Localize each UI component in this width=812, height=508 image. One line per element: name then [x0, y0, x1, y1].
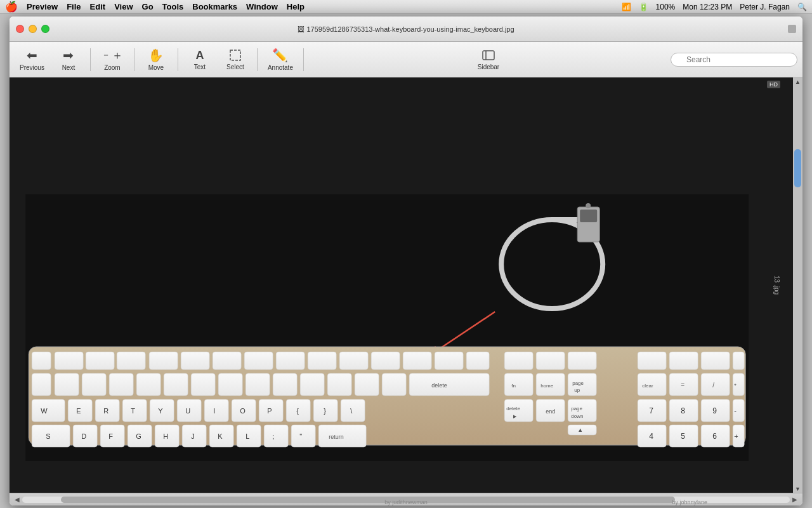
- svg-text:J: J: [191, 432, 195, 440]
- svg-rect-40: [191, 373, 215, 396]
- svg-text:▲: ▲: [577, 427, 583, 433]
- minimize-button[interactable]: [29, 25, 37, 33]
- toolbar-separator-5: [303, 48, 304, 71]
- toolbar-separator-1: [90, 48, 91, 71]
- previous-button[interactable]: ⬅ Previous: [15, 45, 49, 74]
- svg-text:": ": [299, 432, 302, 440]
- move-button[interactable]: ✋ Move: [140, 45, 173, 74]
- scrollbar-vertical[interactable]: ▲ ▼: [793, 77, 802, 493]
- svg-text:page: page: [571, 406, 582, 411]
- menubar-edit[interactable]: Edit: [90, 2, 106, 11]
- svg-text:up: up: [574, 387, 580, 393]
- toolbar-separator-3: [178, 48, 178, 71]
- text-button[interactable]: A Text: [183, 45, 216, 74]
- svg-text:page: page: [572, 380, 584, 386]
- traffic-lights[interactable]: [16, 25, 49, 33]
- svg-rect-65: [32, 399, 65, 422]
- menubar-go[interactable]: Go: [142, 2, 154, 11]
- menubar-help[interactable]: Help: [287, 2, 304, 11]
- svg-rect-46: [355, 373, 379, 396]
- svg-text:K: K: [218, 432, 223, 440]
- svg-text:P: P: [267, 407, 272, 415]
- menubar-bookmarks[interactable]: Bookmarks: [192, 2, 237, 11]
- svg-text:O: O: [240, 407, 246, 415]
- svg-text:9: 9: [712, 406, 717, 415]
- scroll-left-arrow[interactable]: ◀: [15, 496, 20, 503]
- svg-rect-30: [638, 352, 666, 370]
- svg-text:home: home: [540, 383, 554, 389]
- move-label: Move: [148, 64, 164, 71]
- svg-rect-87: [341, 399, 365, 422]
- image-viewer[interactable]: HD: [10, 77, 793, 493]
- svg-rect-1: [483, 51, 494, 60]
- menubar-right: 📶 🔋 100% Mon 12:23 PM Peter J. Fagan 🔍: [622, 3, 807, 11]
- svg-text:}: }: [324, 407, 326, 415]
- svg-rect-38: [136, 373, 160, 396]
- svg-text:G: G: [136, 432, 141, 440]
- scroll-up-arrow[interactable]: ▲: [794, 77, 802, 86]
- scroll-right-arrow[interactable]: ▶: [792, 496, 797, 503]
- menubar-file[interactable]: File: [67, 2, 81, 11]
- svg-rect-77: [204, 399, 228, 422]
- select-button[interactable]: Select: [219, 45, 252, 74]
- sidebar-button[interactable]: Sidebar: [472, 45, 505, 74]
- svg-text:S: S: [46, 432, 50, 440]
- horizontal-scroll-thumb[interactable]: [61, 497, 675, 503]
- svg-text:T: T: [131, 407, 135, 415]
- zoom-button[interactable]: － ＋ Zoom: [96, 45, 129, 74]
- menubar-preview[interactable]: Preview: [27, 2, 58, 11]
- search-input[interactable]: [671, 53, 797, 67]
- main-content: HD: [10, 77, 802, 493]
- menubar-view[interactable]: View: [114, 2, 133, 11]
- svg-text:/: /: [712, 382, 714, 389]
- svg-rect-27: [504, 352, 533, 370]
- window-resize-button[interactable]: [788, 25, 796, 33]
- svg-text:8: 8: [681, 406, 685, 415]
- svg-rect-123: [291, 425, 315, 447]
- svg-rect-15: [117, 352, 145, 370]
- annotate-label: Annotate: [268, 64, 293, 71]
- apple-menu[interactable]: 🍎: [5, 1, 18, 13]
- maximize-button[interactable]: [41, 25, 49, 33]
- zoom-label: Zoom: [104, 64, 121, 71]
- svg-rect-16: [149, 352, 178, 370]
- toolbar: ⬅ Previous ➡ Next － ＋ Zoom ✋ Move A Text: [10, 42, 802, 77]
- svg-rect-19: [244, 352, 273, 370]
- svg-text:I: I: [213, 407, 215, 415]
- svg-rect-28: [536, 352, 565, 370]
- svg-text:return: return: [329, 434, 344, 440]
- next-label: Next: [62, 64, 75, 71]
- svg-rect-23: [371, 352, 400, 370]
- scroll-thumb[interactable]: [794, 149, 801, 187]
- svg-rect-14: [86, 352, 114, 370]
- credit-right: by johnnylane: [672, 499, 707, 505]
- annotate-button[interactable]: ✏️ Annotate: [263, 45, 298, 74]
- page-indicator: 13 .jpg: [773, 276, 780, 295]
- close-button[interactable]: [16, 25, 24, 33]
- svg-text:-: -: [734, 407, 737, 415]
- menubar-datetime: Mon 12:23 PM: [683, 3, 732, 11]
- svg-rect-121: [264, 425, 288, 447]
- svg-rect-21: [308, 352, 336, 370]
- svg-text:+: +: [734, 432, 738, 440]
- menubar-tools[interactable]: Tools: [162, 2, 184, 11]
- svg-text:7: 7: [649, 406, 653, 415]
- titlebar: 🖼 175959d1286735313-what-keyboard-you-us…: [10, 17, 802, 42]
- menubar-search-icon[interactable]: 🔍: [797, 3, 807, 11]
- svg-text:delete: delete: [506, 406, 520, 411]
- svg-text:U: U: [185, 407, 190, 415]
- move-icon: ✋: [148, 48, 164, 63]
- next-button[interactable]: ➡ Next: [52, 45, 85, 74]
- svg-text:end: end: [546, 408, 555, 415]
- select-icon: [228, 48, 242, 62]
- svg-rect-24: [403, 352, 431, 370]
- scroll-right-arrows[interactable]: ▶: [792, 496, 797, 503]
- svg-text:6: 6: [712, 432, 717, 441]
- svg-text:5: 5: [681, 432, 685, 441]
- next-icon: ➡: [63, 48, 74, 63]
- scroll-left-arrows[interactable]: ◀: [15, 496, 20, 503]
- svg-rect-43: [273, 373, 297, 396]
- scroll-down-arrow[interactable]: ▼: [794, 485, 802, 493]
- svg-rect-50: [504, 373, 533, 396]
- menubar-window[interactable]: Window: [246, 2, 278, 11]
